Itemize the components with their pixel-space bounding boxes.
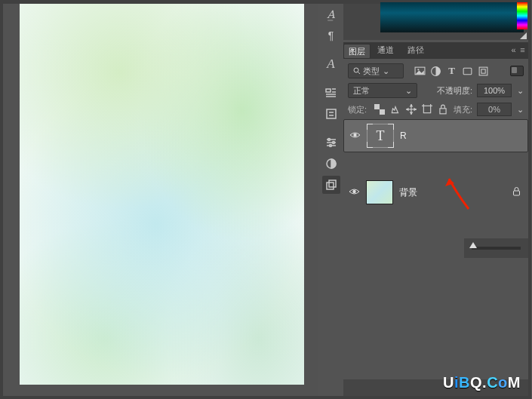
lock-position-icon[interactable] xyxy=(406,104,417,115)
layers-panel-icon[interactable] xyxy=(322,176,340,194)
layers-list: T R 背景 xyxy=(343,119,528,379)
paragraph-styles-icon[interactable] xyxy=(322,84,340,102)
panel-tabs: 图层 通道 路径 « ≡ xyxy=(343,42,528,59)
lock-icon xyxy=(512,187,521,198)
color-panel-corner-icon xyxy=(520,32,527,39)
slider-thumb-icon[interactable] xyxy=(469,242,477,248)
svg-rect-15 xyxy=(327,183,334,189)
fill-label: 填充: xyxy=(454,104,472,115)
svg-rect-16 xyxy=(329,180,336,187)
search-icon xyxy=(353,67,361,75)
svg-rect-26 xyxy=(380,109,385,115)
layer-thumbnail[interactable] xyxy=(366,180,393,204)
paragraph-icon[interactable]: ¶ xyxy=(322,26,340,45)
svg-point-36 xyxy=(352,190,355,193)
chevron-down-icon[interactable]: ⌄ xyxy=(516,86,524,96)
panel-collapse-icon[interactable]: « xyxy=(509,45,518,54)
blend-mode-dropdown[interactable]: 正常 ⌄ xyxy=(348,83,417,98)
tab-paths[interactable]: 路径 xyxy=(401,41,431,59)
svg-rect-29 xyxy=(423,106,430,112)
svg-rect-22 xyxy=(463,68,472,75)
lock-label: 锁定: xyxy=(348,104,367,115)
color-field[interactable] xyxy=(380,2,524,32)
align-text-icon[interactable]: A̲ xyxy=(322,5,340,23)
svg-rect-34 xyxy=(440,109,446,114)
character-styles-icon[interactable]: A xyxy=(322,55,340,73)
fill-slider-popup[interactable] xyxy=(464,238,528,258)
lock-row: 锁定: 填充: 0% ⌄ xyxy=(343,100,528,118)
filter-shape-icon[interactable] xyxy=(462,66,473,77)
lock-transparent-icon[interactable] xyxy=(374,104,385,115)
visibility-eye-icon[interactable] xyxy=(348,187,360,198)
lock-all-icon[interactable] xyxy=(438,104,448,115)
chevron-down-icon[interactable]: ⌄ xyxy=(516,105,524,115)
panel-menu-icon[interactable]: ≡ xyxy=(518,45,527,54)
vertical-toolbar: A̲ ¶ A xyxy=(318,4,343,396)
lock-image-icon[interactable] xyxy=(390,104,401,115)
svg-rect-0 xyxy=(326,89,331,92)
layer-name[interactable]: 背景 xyxy=(399,186,417,199)
filter-smartobj-icon[interactable] xyxy=(478,66,489,77)
svg-point-35 xyxy=(353,134,356,137)
layer-thumbnail-text[interactable]: T xyxy=(367,124,394,148)
properties-icon[interactable] xyxy=(322,105,340,123)
svg-rect-23 xyxy=(479,67,487,75)
filter-kind-label: 类型 xyxy=(363,66,380,77)
filter-kind-dropdown[interactable]: 类型 ⌄ xyxy=(348,63,404,78)
svg-point-20 xyxy=(417,69,419,70)
filter-adjustment-icon[interactable] xyxy=(430,66,441,77)
opacity-label: 不透明度: xyxy=(437,85,472,97)
slider-track[interactable] xyxy=(472,247,521,250)
adjustments-sliders-icon[interactable] xyxy=(322,134,340,152)
tab-channels[interactable]: 通道 xyxy=(371,41,401,59)
filter-row: 类型 ⌄ T xyxy=(343,62,528,80)
blend-row: 正常 ⌄ 不透明度: 100% ⌄ xyxy=(343,81,528,100)
filter-pixel-icon[interactable] xyxy=(414,66,426,77)
opacity-value[interactable]: 100% xyxy=(477,84,512,97)
lock-artboard-icon[interactable] xyxy=(422,104,432,115)
svg-line-18 xyxy=(358,72,361,75)
svg-rect-24 xyxy=(481,69,485,72)
svg-rect-25 xyxy=(374,104,380,109)
right-panels: 图层 通道 路径 « ≡ 类型 ⌄ T xyxy=(343,4,528,396)
watermark: UiBQ.CoM xyxy=(443,374,521,391)
filter-type-icon[interactable]: T xyxy=(446,66,457,77)
filter-toggle[interactable] xyxy=(510,66,524,76)
blend-mode-value: 正常 xyxy=(353,85,370,97)
svg-point-17 xyxy=(354,68,358,72)
hue-strip[interactable] xyxy=(517,2,527,29)
tab-layers[interactable]: 图层 xyxy=(343,44,371,59)
svg-rect-5 xyxy=(327,109,336,118)
svg-rect-37 xyxy=(514,191,520,195)
visibility-eye-icon[interactable] xyxy=(349,130,361,141)
chevron-down-icon: ⌄ xyxy=(382,66,389,76)
layer-row[interactable]: 背景 xyxy=(343,176,528,209)
layer-name[interactable]: R xyxy=(400,130,407,141)
document-canvas[interactable] xyxy=(20,4,304,385)
adjustments-circle-icon[interactable] xyxy=(322,155,340,173)
color-panel xyxy=(343,4,528,40)
fill-value[interactable]: 0% xyxy=(477,103,512,116)
layer-row[interactable]: T R xyxy=(343,119,528,152)
chevron-down-icon: ⌄ xyxy=(404,86,412,96)
